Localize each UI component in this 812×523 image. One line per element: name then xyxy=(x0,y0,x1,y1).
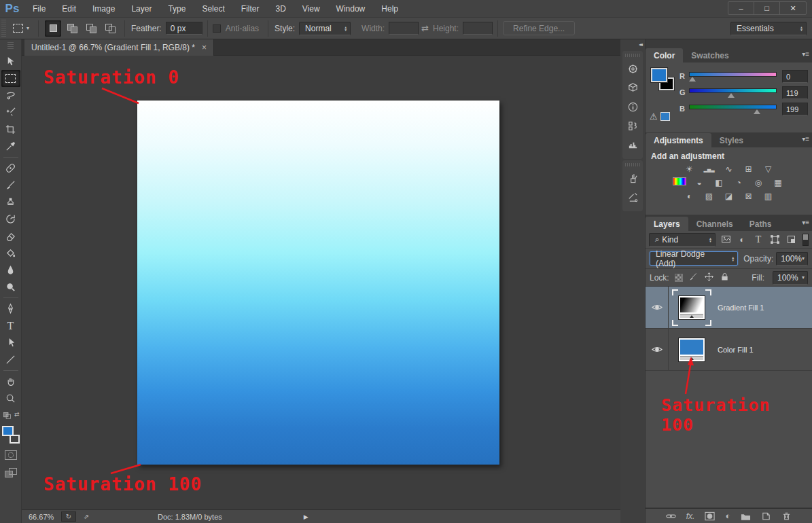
info-panel-icon[interactable] xyxy=(624,98,641,115)
lock-transparency-icon[interactable] xyxy=(675,274,683,282)
properties-panel-icon[interactable] xyxy=(624,79,641,96)
exposure-icon[interactable]: ⊞ xyxy=(742,164,756,175)
panel-menu-icon[interactable]: ▾≡ xyxy=(802,135,809,143)
fill-select[interactable]: 100% ▾ xyxy=(773,271,808,285)
quick-selection-tool[interactable] xyxy=(1,104,20,121)
swap-dimensions-icon[interactable]: ⇄ xyxy=(421,23,429,33)
height-input[interactable] xyxy=(463,22,493,35)
tool-presets-panel-icon[interactable] xyxy=(624,188,641,206)
rectangular-marquee-tool[interactable] xyxy=(1,70,20,87)
curves-icon[interactable]: ∿ xyxy=(722,164,736,175)
collapse-dock-button[interactable]: ◂◂ xyxy=(620,39,645,50)
gradient-map-icon[interactable]: ⊠ xyxy=(742,191,756,202)
menu-3d[interactable]: 3D xyxy=(267,0,294,18)
navigator-panel-icon[interactable] xyxy=(624,60,641,77)
type-tool[interactable]: T xyxy=(1,317,20,334)
green-value-input[interactable]: 119 xyxy=(782,86,808,99)
warning-icon[interactable]: ⚠ xyxy=(650,111,658,122)
gamut-color-chip[interactable] xyxy=(660,112,670,121)
tab-adjustments[interactable]: Adjustments xyxy=(646,133,711,147)
share-icon[interactable]: ⇗ xyxy=(79,511,94,522)
toolbar-grip[interactable] xyxy=(7,42,14,49)
options-bar-grip[interactable] xyxy=(1,20,6,37)
sync-settings-icon[interactable]: ↻ xyxy=(61,511,76,522)
new-selection-button[interactable] xyxy=(45,20,61,37)
style-select[interactable]: Normal ▲▼ xyxy=(299,22,351,35)
red-slider-track[interactable] xyxy=(689,72,777,77)
blue-slider-track[interactable] xyxy=(689,105,777,109)
minimize-button[interactable]: – xyxy=(728,2,754,14)
invert-icon[interactable]: ◐ xyxy=(683,191,696,202)
width-input[interactable] xyxy=(389,22,419,35)
tab-styles[interactable]: Styles xyxy=(711,133,752,147)
vibrance-icon[interactable]: ▽ xyxy=(762,164,775,175)
history-brush-tool[interactable] xyxy=(1,211,20,228)
add-to-selection-button[interactable] xyxy=(64,20,80,37)
menu-edit[interactable]: Edit xyxy=(54,0,84,18)
blue-slider-thumb[interactable] xyxy=(754,109,760,114)
zoom-level-input[interactable]: 66.67% xyxy=(22,513,61,521)
menu-view[interactable]: View xyxy=(294,0,328,18)
eyedropper-tool[interactable] xyxy=(1,138,20,155)
tab-color[interactable]: Color xyxy=(646,48,683,62)
lock-position-icon[interactable] xyxy=(704,272,714,284)
canvas[interactable] xyxy=(137,101,499,465)
gradient-paint-bucket-tool[interactable] xyxy=(1,245,20,262)
dodge-tool[interactable] xyxy=(1,278,20,295)
spot-healing-brush-tool[interactable] xyxy=(1,160,20,177)
zoom-tool[interactable] xyxy=(1,390,20,407)
clone-stamp-tool[interactable] xyxy=(1,194,20,211)
new-layer-icon[interactable] xyxy=(761,511,771,521)
selective-color-icon[interactable]: ▥ xyxy=(762,191,775,202)
hue-saturation-icon[interactable] xyxy=(673,177,686,185)
foreground-color-swatch[interactable] xyxy=(2,426,14,436)
menu-file[interactable]: File xyxy=(24,0,54,18)
lock-all-icon[interactable] xyxy=(720,272,730,284)
visibility-toggle[interactable] xyxy=(646,329,669,370)
filter-pixel-layers-icon[interactable] xyxy=(720,234,732,246)
lock-pixels-icon[interactable] xyxy=(688,272,699,284)
maximize-button[interactable]: □ xyxy=(754,2,780,14)
tab-layers[interactable]: Layers xyxy=(646,217,688,231)
layer-name[interactable]: Color Fill 1 xyxy=(718,346,754,354)
status-expand-icon[interactable]: ▶ xyxy=(304,513,308,520)
crop-tool[interactable] xyxy=(1,121,20,138)
eraser-tool[interactable] xyxy=(1,228,20,245)
layer-name[interactable]: Gradient Fill 1 xyxy=(718,304,764,312)
threshold-icon[interactable]: ◪ xyxy=(722,191,736,202)
path-selection-tool[interactable] xyxy=(1,334,20,351)
link-layers-icon[interactable] xyxy=(666,511,676,521)
green-slider-thumb[interactable] xyxy=(728,93,735,98)
quick-mask-button[interactable] xyxy=(5,450,17,460)
move-tool[interactable] xyxy=(1,53,20,70)
blend-mode-select[interactable]: Linear Dodge (Add) ▲▼ xyxy=(650,251,738,266)
dock-grip[interactable] xyxy=(625,54,640,57)
add-layer-mask-icon[interactable] xyxy=(705,511,715,521)
filter-shape-layers-icon[interactable] xyxy=(769,234,781,246)
swap-colors-icon[interactable]: ⇄ xyxy=(14,411,20,420)
blue-value-input[interactable]: 199 xyxy=(782,103,808,115)
new-adjustment-layer-icon[interactable]: ◐ xyxy=(725,511,730,521)
filter-kind-select[interactable]: ⌕ Kind ▲▼ xyxy=(649,233,716,247)
lasso-tool[interactable] xyxy=(1,87,20,104)
layer-comps-panel-icon[interactable] xyxy=(624,117,641,134)
channel-mixer-icon[interactable]: ◎ xyxy=(752,177,765,188)
close-button[interactable]: ✕ xyxy=(780,2,806,14)
color-balance-icon[interactable]: ◒ xyxy=(692,177,706,188)
hand-tool[interactable] xyxy=(1,373,20,390)
workspace-select[interactable]: Essentials ▲▼ xyxy=(730,22,807,35)
line-shape-tool[interactable] xyxy=(1,351,20,368)
filter-toggle-switch[interactable] xyxy=(802,234,809,246)
levels-icon[interactable]: ▂▅▃ xyxy=(703,164,716,175)
menu-layer[interactable]: Layer xyxy=(123,0,160,18)
tab-close-icon[interactable]: × xyxy=(202,43,207,52)
tab-channels[interactable]: Channels xyxy=(688,217,741,231)
filter-adjustment-layers-icon[interactable]: ◐ xyxy=(736,234,748,246)
posterize-icon[interactable]: ▨ xyxy=(703,191,716,202)
blur-tool[interactable] xyxy=(1,262,20,278)
intersect-selection-button[interactable] xyxy=(102,20,118,37)
feather-input[interactable]: 0 px xyxy=(166,22,202,35)
green-slider-track[interactable] xyxy=(689,88,777,93)
menu-filter[interactable]: Filter xyxy=(233,0,268,18)
histogram-panel-icon[interactable] xyxy=(624,136,641,154)
